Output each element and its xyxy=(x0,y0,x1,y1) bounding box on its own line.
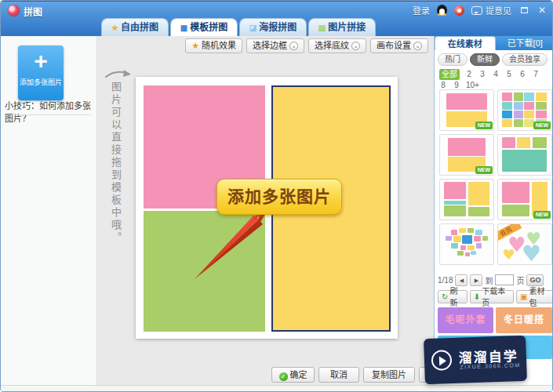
thumbnail-block xyxy=(533,137,547,148)
tab-free-collage[interactable]: ★自由拼图 xyxy=(101,18,169,36)
prev-page-button[interactable]: ◀ xyxy=(455,274,468,286)
page-number-input[interactable] xyxy=(495,274,514,285)
material-pack-button[interactable]: ▣素材包 xyxy=(516,290,553,303)
template-thumbnail[interactable] xyxy=(497,134,552,176)
app-logo-icon xyxy=(8,5,20,16)
login-link[interactable]: 登录 xyxy=(413,4,430,16)
refresh-button[interactable]: ↻刷新 xyxy=(438,290,468,303)
category-all[interactable]: 全部 xyxy=(439,69,460,80)
chevron-down-icon: ⌄ xyxy=(351,42,360,50)
goto-label: 到 xyxy=(485,274,493,286)
template-thumbnail[interactable] xyxy=(439,223,494,265)
tip-link[interactable]: 小技巧：如何添加多张图片？ xyxy=(5,99,94,124)
thumbnail-block xyxy=(536,111,547,118)
subtab-hot[interactable]: 热门 xyxy=(438,53,468,66)
confirm-button[interactable]: ✓确定 xyxy=(271,367,315,383)
materials-tab-bar: 在线素材 已下载[0] xyxy=(435,36,553,50)
copy-image-button[interactable]: 复制图片 xyxy=(363,367,415,383)
thumbnail-block xyxy=(468,228,474,234)
thumbnail-block xyxy=(468,245,475,251)
select-texture-button[interactable]: 选择底纹 ⌄ xyxy=(308,38,366,53)
panel-action-buttons: ↻刷新 ⬇下载本页 ▣素材包 xyxy=(438,290,553,303)
next-page-button[interactable]: ▶ xyxy=(470,274,482,286)
canvas-toolbar: ★ 随机效果 选择边框 ⌄ 选择底纹 ⌄ 画布设置 ⌄ xyxy=(185,38,428,53)
category-6[interactable]: 6 xyxy=(518,69,526,80)
tab-poster-collage[interactable]: ◪海报拼图 xyxy=(239,18,307,36)
download-icon: ⬇ xyxy=(474,291,480,303)
thumbnail-block xyxy=(462,235,472,244)
category-3[interactable]: 3 xyxy=(478,69,486,80)
thumbnail-block xyxy=(448,138,486,155)
editor-area: ★ 随机效果 选择边框 ⌄ 选择底纹 ⌄ 画布设置 ⌄ 图片可以直接拖到模板中哦… xyxy=(97,36,434,385)
refresh-icon: ↻ xyxy=(442,291,448,303)
subtab-fresh[interactable]: 新鲜 xyxy=(470,53,500,66)
promo-banner-winter-outfit[interactable]: 冬日暖搭 xyxy=(496,307,552,333)
thumbnail-block xyxy=(453,236,461,242)
subtab-vip[interactable]: 会员独享 xyxy=(502,53,548,66)
page-suffix: 页 xyxy=(516,274,524,286)
app-title: 拼图 xyxy=(24,5,42,18)
template-thumbnail[interactable]: NEW xyxy=(439,89,494,131)
template-thumbnail[interactable]: NEW xyxy=(439,134,494,176)
close-button[interactable]: ✕ xyxy=(537,5,548,16)
thumbnail-block xyxy=(514,102,523,110)
thumbnail-block xyxy=(457,251,463,256)
page-indicator: 1/18 xyxy=(438,276,453,285)
thumbnail-block xyxy=(502,137,515,148)
thumbnail-block xyxy=(468,207,489,217)
random-effect-button[interactable]: ★ 随机效果 xyxy=(185,38,242,53)
thumbnail-block xyxy=(502,93,512,101)
thumbnail-block xyxy=(502,102,512,110)
cancel-button[interactable]: 取消 xyxy=(318,367,359,383)
tab-downloaded[interactable]: 已下载[0] xyxy=(496,36,553,50)
thumbnail-block xyxy=(502,182,529,203)
category-4[interactable]: 4 xyxy=(492,69,500,80)
browser-icon[interactable] xyxy=(454,5,464,16)
thumbnail-block xyxy=(451,243,458,249)
heart-icon: ♥ xyxy=(522,243,541,265)
thumbnail-block xyxy=(460,245,466,250)
maximize-button[interactable] xyxy=(518,5,529,16)
poster-icon: ◪ xyxy=(249,24,256,32)
handwritten-arrow-icon xyxy=(104,66,135,83)
template-thumbnail[interactable]: NEW xyxy=(497,179,552,220)
template-thumbnail[interactable]: ♥♥♥♥会员 xyxy=(497,223,552,265)
collage-slot-green[interactable] xyxy=(144,211,265,332)
star-icon: ★ xyxy=(111,24,118,32)
template-thumbnail[interactable] xyxy=(439,179,494,220)
magic-wand-icon: ★ xyxy=(191,39,199,53)
thumbnail-block xyxy=(444,201,466,205)
category-7[interactable]: 7 xyxy=(532,69,540,80)
category-2[interactable]: 2 xyxy=(465,69,473,80)
thumbnail-block xyxy=(446,93,487,110)
template-thumbnail[interactable]: NEW xyxy=(497,89,552,131)
new-badge: NEW xyxy=(475,122,493,129)
qq-icon[interactable] xyxy=(437,5,447,16)
thumbnail-block xyxy=(444,205,466,216)
add-images-button[interactable]: + 添加多张图片 xyxy=(18,45,64,100)
window-bottom-edge xyxy=(1,385,553,392)
select-border-button[interactable]: 选择边框 ⌄ xyxy=(246,38,304,53)
thumbnail-block xyxy=(451,230,458,235)
feedback-button[interactable]: 提意见 xyxy=(471,4,511,16)
thumbnail-block xyxy=(514,119,523,127)
chevron-down-icon: ⌄ xyxy=(289,42,298,50)
tab-template-collage[interactable]: ▦模板拼图 xyxy=(170,18,238,36)
new-badge: NEW xyxy=(533,211,551,219)
add-multiple-images-cta[interactable]: 添加多张图片 xyxy=(216,179,342,215)
category-filter: 全部234567 8910+ xyxy=(439,69,551,91)
tab-image-stitch[interactable]: ▤图片拼接 xyxy=(308,18,376,36)
thumbnail-block xyxy=(536,93,547,101)
download-page-button[interactable]: ⬇下载本页 xyxy=(470,290,514,303)
thumbnail-block xyxy=(536,102,547,110)
thumbnail-block xyxy=(465,252,470,256)
main-tab-bar: ★自由拼图 ▦模板拼图 ◪海报拼图 ▤图片拼接 xyxy=(101,18,376,36)
canvas-settings-button[interactable]: 画布设置 ⌄ xyxy=(370,38,428,53)
thumbnail-block xyxy=(502,119,512,127)
thumbnail-block xyxy=(502,111,512,118)
promo-banner-wool-coat[interactable]: 毛呢外套 xyxy=(438,307,493,333)
category-5[interactable]: 5 xyxy=(505,69,513,80)
left-sidebar: + 添加多张图片 小技巧：如何添加多张图片？ xyxy=(1,36,97,385)
go-button[interactable]: GO xyxy=(526,274,544,286)
tab-online-materials[interactable]: 在线素材 xyxy=(435,36,496,50)
